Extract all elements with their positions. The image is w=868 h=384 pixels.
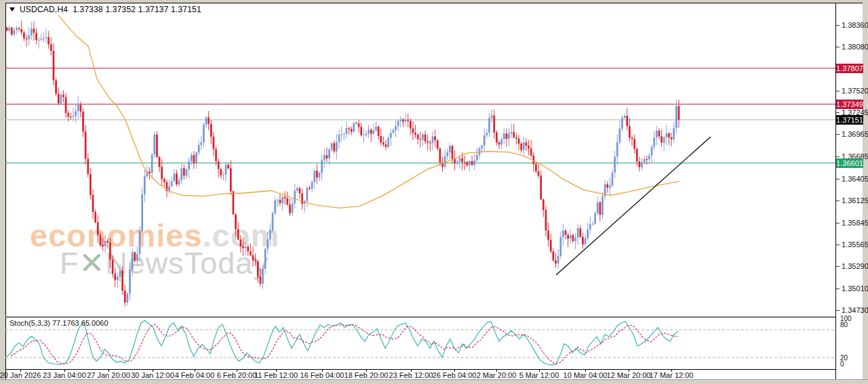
time-tick-label: 4 Feb 04:00	[175, 371, 215, 379]
candle-body	[77, 105, 79, 111]
price-tick-mark	[836, 25, 840, 26]
candle-body	[577, 228, 579, 238]
candle-body	[609, 186, 611, 188]
candle-body	[355, 123, 357, 124]
candle-body	[565, 230, 567, 234]
chart-paint-layer[interactable]	[0, 0, 868, 384]
candle-body	[279, 200, 281, 203]
price-level-badge: 1.36601	[836, 158, 863, 168]
candle-body	[237, 229, 239, 239]
candle-body	[387, 138, 389, 147]
candle-body	[70, 116, 72, 117]
candle-body	[87, 158, 89, 174]
stoch-k-line[interactable]	[7, 320, 678, 365]
time-tick-label: 6 Feb 20:00	[217, 371, 257, 379]
candle-body	[55, 81, 57, 94]
candle-body	[94, 212, 96, 222]
candle-body	[313, 171, 315, 182]
price-tick-mark	[836, 289, 840, 289]
candle-body	[220, 169, 222, 175]
candle-body	[191, 155, 193, 161]
candle-body	[65, 97, 67, 112]
price-tick-mark	[836, 200, 840, 201]
candle-body	[488, 118, 490, 133]
candle-body	[599, 202, 601, 215]
candle-body	[195, 152, 197, 163]
ohlc-values: 1.37338 1.37352 1.37137 1.37151	[73, 5, 201, 14]
candle-body	[281, 197, 283, 203]
candle-body	[8, 28, 10, 30]
candle-body	[240, 239, 242, 246]
candle-body	[464, 162, 466, 163]
candle-body	[503, 133, 505, 139]
candle-body	[461, 158, 463, 163]
candle-body	[624, 116, 626, 118]
time-tick-label: 16 Feb 04:00	[300, 371, 344, 379]
candle-body	[203, 125, 205, 142]
candle-body	[296, 188, 298, 191]
candle-body	[466, 162, 468, 165]
candle-body	[173, 173, 175, 181]
candle-body	[456, 162, 458, 163]
candle-body	[129, 270, 131, 294]
candle-body	[323, 155, 326, 160]
candle-body	[491, 116, 493, 119]
chart-dropdown-icon[interactable]	[9, 7, 15, 12]
candle-body	[648, 156, 650, 160]
price-tick-label: 1.35845	[842, 219, 868, 227]
candle-body	[673, 128, 675, 139]
candle-body	[589, 224, 591, 230]
candle-body	[646, 159, 648, 160]
candle-body	[38, 40, 40, 41]
candle-body	[163, 179, 165, 182]
candle-body	[500, 139, 502, 144]
candle-body	[476, 155, 478, 161]
candle-body	[311, 182, 313, 189]
candle-body	[437, 140, 439, 148]
candle-body	[427, 142, 429, 143]
candle-body	[40, 39, 42, 39]
candle-body	[151, 154, 153, 173]
candle-body	[183, 168, 185, 175]
candle-body	[100, 235, 102, 245]
candle-body	[614, 156, 616, 172]
trendline[interactable]	[556, 137, 711, 275]
price-axis[interactable]: 1.383601.380801.375201.372451.369651.366…	[836, 3, 868, 369]
candle-body	[102, 245, 104, 247]
price-tick-label: 1.36965	[842, 130, 868, 138]
candle-body	[321, 161, 323, 173]
candle-body	[370, 129, 372, 133]
price-level-badge: 1.37807	[836, 64, 863, 73]
candle-body	[553, 251, 555, 260]
candle-body	[410, 121, 412, 129]
price-tick-label: 1.37520	[842, 87, 868, 95]
moving-average-line[interactable]	[58, 16, 679, 209]
candle-body	[675, 106, 677, 129]
stoch-d-line[interactable]	[11, 324, 678, 364]
candle-body	[20, 29, 22, 33]
candle-body	[132, 252, 134, 269]
candle-body	[149, 171, 151, 173]
candle-body	[641, 163, 643, 167]
candle-body	[264, 249, 267, 269]
candle-body	[555, 260, 557, 263]
candle-body	[459, 158, 461, 162]
time-axis[interactable]: 20 Jan 202623 Jan 04:0027 Jan 20:0030 Ja…	[0, 370, 835, 379]
candle-body	[579, 228, 581, 237]
candle-body	[658, 131, 660, 136]
candle-body	[557, 256, 559, 263]
candle-body	[425, 134, 427, 141]
candle-body	[161, 167, 163, 179]
candle-body	[678, 106, 680, 120]
candle-body	[50, 45, 52, 51]
candle-body	[432, 136, 434, 143]
candle-body	[422, 134, 424, 140]
candle-body	[16, 28, 18, 30]
candle-body	[233, 191, 235, 214]
candle-body	[540, 176, 542, 200]
candle-body	[141, 194, 143, 231]
price-tick-label: 1.38360	[842, 21, 868, 29]
candle-body	[106, 241, 108, 242]
candle-body	[567, 235, 569, 239]
candle-body	[636, 149, 638, 162]
